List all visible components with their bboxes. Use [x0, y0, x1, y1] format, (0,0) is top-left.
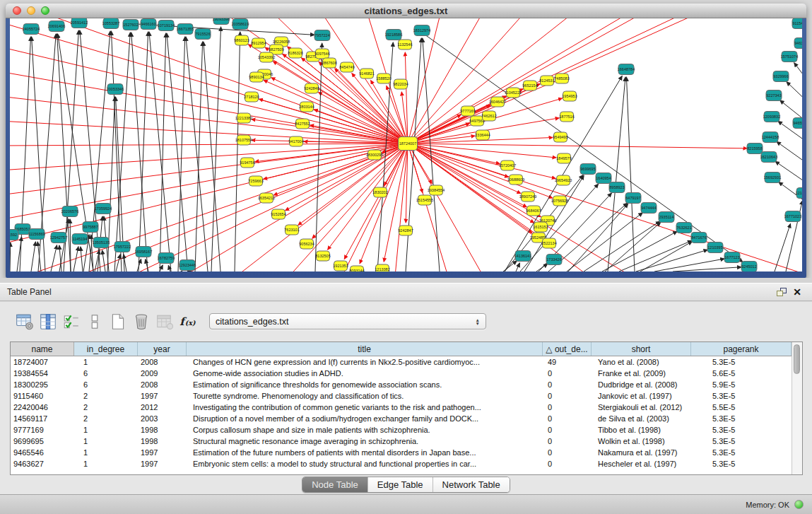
network-node[interactable]: 9056234 [299, 239, 314, 249]
network-node[interactable]: 2803144 [299, 102, 314, 112]
table-row[interactable]: 977716911998Corpus callosum shape and si… [11, 424, 792, 436]
network-node[interactable]: 16354212 [258, 193, 275, 203]
network-node[interactable]: 9549495 [553, 132, 567, 142]
network-node[interactable]: 9242848 [304, 83, 319, 93]
network-node[interactable]: 20206576 [61, 206, 78, 217]
network-node[interactable]: 12093832 [763, 112, 780, 122]
network-node[interactable]: 15692931 [764, 173, 781, 183]
network-node[interactable]: 13505135 [93, 238, 110, 248]
network-node[interactable]: 19093398 [213, 18, 230, 25]
network-node[interactable]: 12444158 [762, 132, 779, 143]
network-node[interactable]: 11156869 [28, 229, 45, 240]
network-node[interactable]: 7259663 [248, 176, 263, 186]
table-row[interactable]: 1456911722003Disruption of a novel membe… [11, 413, 792, 424]
float-panel-icon[interactable] [774, 286, 789, 298]
table-row[interactable]: 969969511998Structural magnetic resonanc… [11, 436, 792, 447]
network-node[interactable]: 18107554 [235, 135, 252, 145]
network-node[interactable]: 18300295 [366, 150, 383, 160]
network-node[interactable]: 15720407 [499, 160, 516, 170]
network-node[interactable]: 16771023 [784, 211, 801, 222]
network-node[interactable]: 9194756 [240, 158, 254, 168]
network-node[interactable]: 12923446 [179, 260, 196, 271]
network-node[interactable]: 16046427 [489, 97, 506, 107]
network-node[interactable]: 20053346 [107, 84, 124, 95]
network-node[interactable]: 9474444 [641, 203, 657, 214]
network-node[interactable]: 1877516 [559, 112, 574, 122]
panel-divider[interactable] [0, 278, 812, 283]
network-node[interactable]: 12103954 [796, 188, 802, 199]
close-window-icon[interactable] [13, 6, 21, 15]
network-node[interactable]: 8454749 [339, 62, 354, 72]
delete-table-icon[interactable] [154, 312, 175, 332]
network-node[interactable]: 12942757 [50, 233, 67, 243]
network-node[interactable]: 15751074 [781, 52, 798, 62]
network-node[interactable]: 1954953 [562, 91, 577, 101]
table-row[interactable]: 911546021997Tourette syndrome. Phenomeno… [11, 390, 792, 402]
rows-icon[interactable] [84, 312, 105, 332]
network-node[interactable]: 16648784 [618, 64, 635, 75]
column-header-year[interactable]: year [138, 342, 187, 356]
tab-edge-table[interactable]: Edge Table [367, 477, 433, 492]
column-header-name[interactable]: name [11, 342, 74, 356]
network-node[interactable]: 9975887 [83, 222, 98, 233]
network-node[interactable]: 2718120 [244, 92, 259, 102]
network-node[interactable]: 7623101 [284, 225, 299, 235]
table-row[interactable]: 946362711997Embryonic stem cells: a mode… [11, 458, 792, 469]
network-node[interactable]: 10719134 [158, 21, 175, 31]
network-node[interactable]: 2336444 [475, 130, 490, 140]
network-node[interactable]: 9242847 [398, 226, 413, 235]
network-node[interactable]: 2522134 [541, 238, 556, 248]
network-node[interactable]: 9822034 [393, 79, 408, 89]
table-row[interactable]: 2242004622012Investigating the contribut… [11, 402, 792, 413]
network-node[interactable]: 19218586 [385, 30, 402, 40]
network-node[interactable]: 8471676 [691, 233, 707, 243]
network-node[interactable]: 8124531 [539, 76, 554, 86]
network-node[interactable]: 391592 [10, 230, 18, 240]
network-node[interactable]: 17957222 [114, 242, 131, 252]
network-node[interactable]: 8215958 [747, 144, 763, 154]
network-node[interactable]: 1213382 [375, 264, 389, 271]
network-node[interactable]: 9329966 [773, 71, 789, 82]
column-header-pagerank[interactable]: pagerank [691, 342, 792, 356]
network-node[interactable]: 7462612 [481, 111, 496, 121]
network-node[interactable]: 9699695 [580, 164, 596, 175]
network-node[interactable]: 10553287 [102, 18, 119, 29]
network-node[interactable]: 9466160 [141, 19, 156, 30]
network-node[interactable]: 1849579 [556, 153, 571, 163]
table-row[interactable]: 1938455462009Genome-wide association stu… [11, 368, 792, 379]
table-row[interactable]: 946554611997Estimation of the future num… [11, 447, 792, 458]
network-node[interactable]: 8093144 [349, 266, 364, 271]
network-node[interactable]: 9890134 [249, 72, 264, 82]
network-node[interactable]: 20691406 [48, 21, 65, 32]
delete-trash-icon[interactable] [131, 312, 152, 332]
network-node[interactable]: 20591412 [71, 18, 88, 28]
network-node[interactable]: 1733426 [546, 255, 562, 265]
network-node[interactable]: 12213382 [235, 113, 252, 123]
network-node[interactable]: 8912954 [251, 38, 266, 48]
table-row[interactable]: 1872400712008Changes of HCN gene express… [11, 356, 792, 368]
minimize-window-icon[interactable] [27, 6, 35, 15]
network-node[interactable]: 9115460 [792, 18, 802, 29]
network-node[interactable]: 10543392 [258, 52, 275, 62]
close-panel-icon[interactable]: ✕ [789, 286, 805, 298]
network-node[interactable]: 9245012 [741, 262, 757, 272]
new-document-icon[interactable] [107, 312, 129, 332]
function-icon[interactable]: f(x) [177, 312, 199, 332]
network-hub-node[interactable]: 18724007 [399, 137, 418, 151]
network-node[interactable]: 10688609 [507, 175, 524, 185]
table-scrollbar[interactable] [792, 342, 802, 474]
network-node[interactable]: 16782759 [158, 253, 175, 264]
network-node[interactable]: 8958923 [609, 182, 625, 193]
table-select-dropdown[interactable]: citations_edges.txt ▲▼ [209, 313, 486, 329]
select-columns-icon[interactable] [61, 312, 82, 332]
network-node[interactable]: 15154555 [416, 195, 433, 205]
network-node[interactable]: 7632621 [676, 223, 692, 233]
network-node[interactable]: 9417004 [288, 136, 303, 146]
network-node[interactable]: 1830202 [372, 187, 387, 197]
network-node[interactable]: 1145194 [72, 234, 88, 245]
network-node[interactable]: 1588520 [376, 74, 391, 83]
table-column-icon[interactable] [37, 312, 59, 332]
network-node[interactable]: 11045221 [505, 88, 522, 98]
network-node[interactable]: 8186328 [288, 48, 302, 58]
network-node[interactable]: 6479197 [625, 193, 641, 204]
